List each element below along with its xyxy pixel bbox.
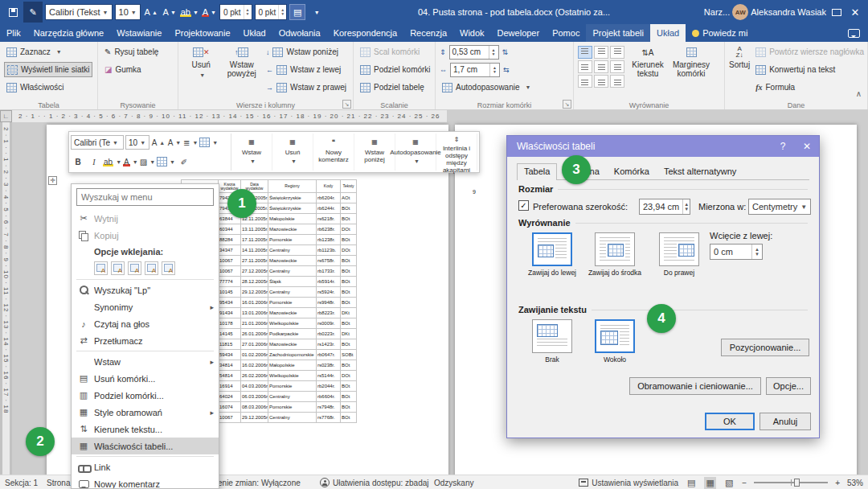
tab-korespondencja[interactable]: Korespondencja <box>327 24 404 42</box>
collapse-ribbon-icon[interactable]: ∧ <box>856 89 862 98</box>
font-color-button[interactable]: A▼ <box>123 154 138 169</box>
menu-item-nowy-komentarz[interactable]: Nowy komentarz <box>72 475 219 489</box>
table-cell[interactable]: 17.11.2005r. <box>241 235 268 245</box>
distribute-rows-icon[interactable]: ⇅ <box>502 48 509 56</box>
table-cell[interactable]: BOt <box>341 256 357 266</box>
paste-nested-table-icon[interactable] <box>162 261 175 275</box>
vertical-ruler[interactable]: 2 · 1 · · 1 · 2 · 3 · 4 · 5 · 6 · 7 · 8 … <box>0 122 12 475</box>
table-cell[interactable]: SOBt <box>341 350 357 360</box>
table-cell[interactable]: Świętokrzyskie <box>268 203 317 214</box>
table-cell[interactable]: 11815 <box>219 339 241 350</box>
table-cell[interactable]: rb2044r. <box>317 381 341 392</box>
tab-narzędzia-główne[interactable]: Narzędzia główne <box>27 24 110 42</box>
table-cell[interactable]: Wielkopolskie <box>268 318 317 329</box>
menu-item-wyszukaj-lp[interactable]: Wyszukaj "Lp" <box>72 281 219 298</box>
table-cell[interactable]: Centralny <box>268 392 317 402</box>
table-cell[interactable]: 64024 <box>219 392 241 402</box>
table-cell[interactable]: 29.12.2005r. <box>241 413 268 423</box>
table-cell[interactable]: rs9948r. <box>317 298 341 308</box>
table-cell[interactable]: 04.03.2006r. <box>241 381 268 392</box>
dialog-tab-komórka[interactable]: Komórka <box>607 163 657 179</box>
table-cell[interactable]: Małopolskie <box>268 360 317 371</box>
text-direction-button[interactable]: ⇅AKierunek tekstu <box>628 44 668 99</box>
menu-search-box[interactable] <box>76 188 214 206</box>
align-center-left-button[interactable] <box>578 60 592 73</box>
table-cell[interactable]: Mazowieckie <box>268 224 317 235</box>
align-option-zawijaj-do-środka[interactable]: Zawijaj do środka <box>584 232 645 277</box>
align-top-left-button[interactable] <box>578 46 592 59</box>
spinner-arrows-icon[interactable]: ▲▼ <box>751 244 762 259</box>
zoom-in-icon[interactable]: + <box>835 479 840 487</box>
preferred-width-checkbox[interactable]: ✓ <box>518 200 529 211</box>
nowy-komentarz-button[interactable]: ❝Nowy komentarz <box>313 134 354 171</box>
align-bottom-left-button[interactable] <box>578 75 592 88</box>
dialog-tab-tekst-alternatywny[interactable]: Tekst alternatywny <box>657 163 743 179</box>
align-bottom-center-button[interactable] <box>594 75 608 88</box>
dialog-close-button[interactable]: ✕ <box>795 136 819 157</box>
table-cell[interactable]: DOt <box>341 224 357 235</box>
table-cell[interactable]: Pomorskie <box>268 235 317 245</box>
zoom-level[interactable]: 53% <box>847 479 863 487</box>
menu-item-właściwości-tabeli[interactable]: ▦Właściwości tabeli... <box>72 438 219 454</box>
menu-item-kopiuj[interactable]: Kopiuj <box>72 227 219 244</box>
column-width-spinner[interactable]: 1,7 cm▲▼ <box>450 63 500 77</box>
align-center-right-button[interactable] <box>610 60 624 73</box>
menu-item-wytnij[interactable]: ✂Wytnij <box>72 210 219 227</box>
table-cell[interactable]: 95434 <box>219 298 241 308</box>
table-cell[interactable]: 16074 <box>219 402 241 413</box>
tab-deweloper[interactable]: Deweloper <box>491 24 547 42</box>
zoom-slider-thumb[interactable] <box>794 479 800 487</box>
table-cell[interactable]: BOt <box>341 235 357 245</box>
table-cell[interactable]: 54814 <box>219 371 241 381</box>
table-cell[interactable]: rs7948r. <box>317 402 341 413</box>
align-center-button[interactable] <box>594 60 608 73</box>
table-cell[interactable]: 27.01.2006r. <box>241 339 268 350</box>
wrap-option-wokoło[interactable]: Wokoło <box>584 319 645 364</box>
preferred-width-spinner[interactable]: 23,94 cm▲▼ <box>639 199 690 215</box>
table-cell[interactable]: 26.02.2006r. <box>241 371 268 381</box>
table-cell[interactable]: 34814 <box>219 360 241 371</box>
mini-font-name-select[interactable]: Calibri (Te▼ <box>71 135 124 150</box>
table-cell[interactable]: 34347 <box>219 245 241 256</box>
convert-to-text-button[interactable]: Konwertuj na tekst <box>753 62 866 77</box>
table-cell[interactable]: rs6758r. <box>317 256 341 266</box>
table-properties-button[interactable]: Właściwości <box>4 80 92 95</box>
menu-item-synonimy[interactable]: Synonimy▸ <box>72 298 219 315</box>
spinner-arrows-icon[interactable]: ▲▼ <box>244 5 252 19</box>
table-cell[interactable]: rs7768r. <box>317 413 341 423</box>
table-cell[interactable]: Centralny <box>268 287 317 298</box>
table-cell[interactable]: Wielkopolskie <box>268 371 317 381</box>
table-cell[interactable]: BOt <box>341 339 357 350</box>
table-cell[interactable]: BOt <box>341 277 357 287</box>
table-cell[interactable]: DKt <box>341 329 357 339</box>
tab-układ[interactable]: Układ <box>237 24 272 42</box>
shrink-font-button[interactable]: A▼ <box>167 135 182 150</box>
table-cell[interactable]: BOt <box>341 413 357 423</box>
table-cell[interactable]: rb1238r. <box>317 235 341 245</box>
tab-projekt-tabeli[interactable]: Projekt tabeli <box>586 24 650 42</box>
table-cell[interactable]: Małopolskie <box>268 214 317 224</box>
eraser-button[interactable]: ◪Gumka <box>102 62 161 77</box>
ok-button[interactable]: OK <box>705 413 755 430</box>
menu-item-usuń-komórki[interactable]: ▤Usuń komórki... <box>72 370 219 387</box>
table-cell[interactable]: rb1733r. <box>317 266 341 277</box>
dialog-title-bar[interactable]: Właściwości tabeli ? ✕ <box>507 136 819 157</box>
italic-button[interactable]: I <box>87 154 101 169</box>
table-cell[interactable]: Pomorskie <box>268 402 317 413</box>
table-cell[interactable]: 59434 <box>219 350 241 360</box>
table-cell[interactable]: BOt <box>341 381 357 392</box>
table-cell[interactable]: 14145 <box>219 329 241 339</box>
zoom-slider[interactable] <box>754 482 828 483</box>
distribute-columns-icon[interactable]: ⇆ <box>503 66 510 74</box>
display-settings-button[interactable]: Ustawienia wyświetlania <box>579 479 678 487</box>
ribbon-display-options-button[interactable] <box>829 4 845 20</box>
menu-item-przetłumacz[interactable]: ⇄Przetłumacz <box>72 332 219 349</box>
qat-font-size-select[interactable]: 10▼ <box>115 4 141 20</box>
spinner-arrows-icon[interactable]: ▲▼ <box>489 64 499 76</box>
merge-cells-button[interactable]: Scal komórki <box>358 44 433 60</box>
formula-button[interactable]: fxFormuła <box>753 80 866 95</box>
sort-button[interactable]: AZ↓Sortuj <box>729 44 750 99</box>
table-cell[interactable]: rs0009r. <box>317 318 341 329</box>
table-cell[interactable]: Podkarpackie <box>268 329 317 339</box>
usuń-button[interactable]: ▦Usuń▼ <box>272 134 313 171</box>
